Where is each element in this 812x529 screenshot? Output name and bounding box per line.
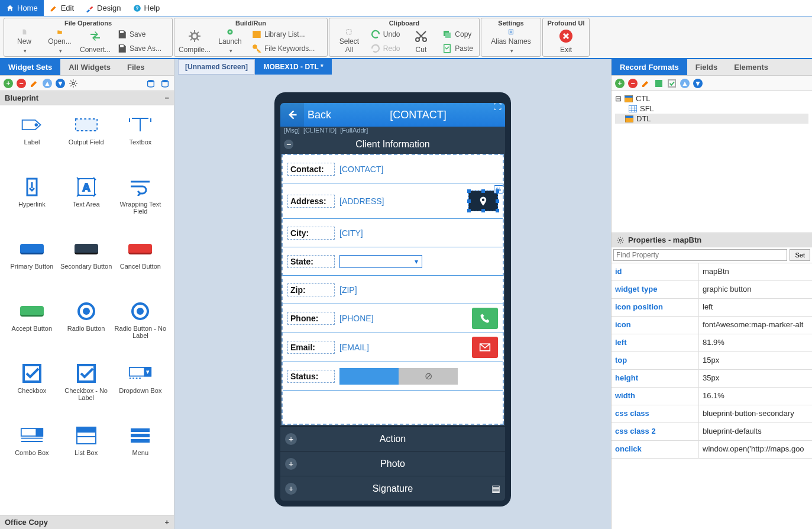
up-icon[interactable]: ▲	[680, 79, 690, 88]
phone-button[interactable]	[472, 308, 498, 329]
action-row-photo[interactable]: + Photo	[280, 451, 505, 476]
status-toggle[interactable]: ⊘	[339, 368, 458, 385]
edit-pencil-icon[interactable]	[641, 79, 651, 88]
undo-button[interactable]: Undo	[368, 28, 403, 41]
field-contact[interactable]: [CONTACT]	[339, 164, 498, 174]
gear-icon[interactable]	[69, 79, 78, 88]
plus-icon[interactable]: +	[285, 433, 297, 445]
widget-radio-nolabel[interactable]: Radio Button - No Label	[113, 296, 167, 359]
widget-cancel-button[interactable]: Cancel Button	[113, 234, 167, 296]
map-button[interactable]: %	[468, 191, 498, 211]
paste-button[interactable]: Paste	[439, 42, 475, 55]
widget-hyperlink[interactable]: Hyperlink	[5, 172, 59, 234]
widget-checkbox-nolabel[interactable]: Checkbox - No Label	[59, 359, 114, 421]
menu-icon[interactable]: ▤	[491, 483, 500, 494]
blueprint-header[interactable]: Blueprint −	[0, 91, 174, 105]
prop-row[interactable]: top15px	[612, 352, 812, 370]
db-icon[interactable]	[145, 79, 156, 88]
new-button[interactable]: New	[8, 28, 41, 55]
convert-button[interactable]: Convert...	[79, 28, 112, 55]
add-icon[interactable]: +	[4, 79, 13, 88]
prop-row[interactable]: css classblueprint-button-secondary	[612, 405, 812, 423]
field-state-select[interactable]: ▾	[339, 255, 422, 268]
field-zip[interactable]: [ZIP]	[339, 285, 498, 295]
collapse-icon[interactable]: −	[284, 140, 293, 149]
action-row-signature[interactable]: + Signature ▤	[280, 476, 505, 501]
aliasnames-button[interactable]: Alias Names	[485, 28, 537, 55]
saveas-button[interactable]: Save As...	[114, 42, 164, 55]
widget-dropdown[interactable]: Dropdown Box	[113, 359, 167, 421]
prop-row[interactable]: widget typegraphic button	[612, 281, 812, 299]
widget-accept-button[interactable]: Accept Button	[5, 296, 59, 359]
prop-row[interactable]: onclickwindow.open('http://maps.goo	[612, 441, 812, 459]
widget-radio-button[interactable]: Radio Button	[59, 296, 114, 359]
delete-icon[interactable]: −	[628, 79, 638, 88]
tab-mobex1d[interactable]: MOBEX1D - DTL *	[255, 59, 332, 75]
canvas-area[interactable]: Back [CONTACT] ⛶ [Msg] [CLIENTID] [FullA…	[174, 75, 611, 529]
widget-wrapping-text[interactable]: Wrapping Text Field	[113, 172, 167, 234]
selectall-button[interactable]: Select All	[333, 28, 365, 55]
save-button[interactable]: Save	[114, 28, 164, 41]
field-address[interactable]: [ADDRESS]	[339, 196, 464, 206]
menu-home[interactable]: Home	[0, 0, 44, 16]
field-city[interactable]: [CITY]	[339, 228, 498, 238]
open-button[interactable]: Open...	[43, 28, 76, 55]
tree-node-sfl[interactable]: SFL	[628, 104, 808, 114]
cut-button[interactable]: Cut	[405, 28, 438, 55]
launch-button[interactable]: Launch	[213, 28, 247, 55]
officecopy-header[interactable]: Office Copy +	[0, 515, 174, 529]
widget-label[interactable]: Label	[5, 110, 59, 172]
delete-icon[interactable]: −	[17, 79, 26, 88]
filter-input[interactable]	[613, 249, 787, 261]
down-icon[interactable]: ▼	[693, 79, 703, 88]
section-client-info[interactable]: − Client Information	[280, 136, 505, 153]
tab-elements[interactable]: Elements	[726, 59, 777, 75]
action-row-action[interactable]: + Action	[280, 426, 505, 451]
exit-button[interactable]: Exit	[546, 28, 585, 55]
prop-row[interactable]: height35px	[612, 370, 812, 388]
tab-files[interactable]: Files	[119, 59, 153, 75]
menu-edit[interactable]: Edit	[44, 0, 80, 16]
prop-row[interactable]: idmapBtn	[612, 263, 812, 281]
redo-button[interactable]: Redo	[368, 42, 403, 55]
widget-primary-button[interactable]: Primary Button	[5, 234, 59, 296]
tree-node-dtl[interactable]: DTL	[615, 114, 808, 124]
expand-icon[interactable]: ⛶	[493, 103, 503, 111]
check-icon[interactable]	[667, 79, 677, 88]
menu-help[interactable]: ? Help	[127, 0, 166, 16]
tab-fields[interactable]: Fields	[687, 59, 726, 75]
prop-row[interactable]: left81.9%	[612, 334, 812, 352]
compile-button[interactable]: Compile...	[178, 28, 211, 55]
add-icon[interactable]: +	[615, 79, 625, 88]
menu-design[interactable]: Design	[80, 0, 127, 16]
plus-icon[interactable]: +	[285, 483, 297, 495]
prop-row[interactable]: css class 2blueprint-defaults	[612, 423, 812, 441]
plus-icon[interactable]: +	[285, 458, 297, 470]
field-email[interactable]: [EMAIL]	[339, 343, 467, 352]
tree-toggle-icon[interactable]: ⊟	[615, 94, 622, 103]
field-phone[interactable]: [PHONE]	[339, 314, 467, 323]
up-icon[interactable]: ▲	[43, 79, 52, 88]
widget-textarea[interactable]: A Text Area	[59, 172, 114, 234]
widget-secondary-button[interactable]: Secondary Button	[59, 234, 114, 296]
tab-all-widgets[interactable]: All Widgets	[60, 59, 119, 75]
collapse-icon[interactable]: −	[164, 93, 169, 102]
widget-checkbox[interactable]: Checkbox	[5, 359, 59, 421]
widget-combobox[interactable]: Combo Box	[5, 421, 59, 483]
liblist-button[interactable]: Library List...	[249, 28, 317, 41]
tab-widget-sets[interactable]: Widget Sets	[0, 59, 60, 75]
widget-listbox[interactable]: List Box	[59, 421, 114, 483]
down-icon[interactable]: ▼	[56, 79, 65, 88]
tab-record-formats[interactable]: Record Formats	[612, 59, 687, 75]
db-arrow-icon[interactable]	[160, 79, 170, 88]
window-icon[interactable]	[654, 79, 664, 88]
widget-menu[interactable]: Menu	[113, 421, 167, 483]
prop-row[interactable]: iconfontAwesome:map-marker-alt	[612, 317, 812, 334]
tree-node-ctl[interactable]: ⊟ CTL	[615, 93, 808, 104]
expand-icon[interactable]: +	[164, 518, 169, 527]
prop-row[interactable]: width16.1%	[612, 388, 812, 405]
tab-unnamed-screen[interactable]: [Unnamed Screen]	[178, 59, 255, 75]
email-button[interactable]	[472, 337, 498, 358]
edit-pencil-icon[interactable]	[30, 79, 39, 88]
back-button[interactable]	[280, 103, 304, 127]
